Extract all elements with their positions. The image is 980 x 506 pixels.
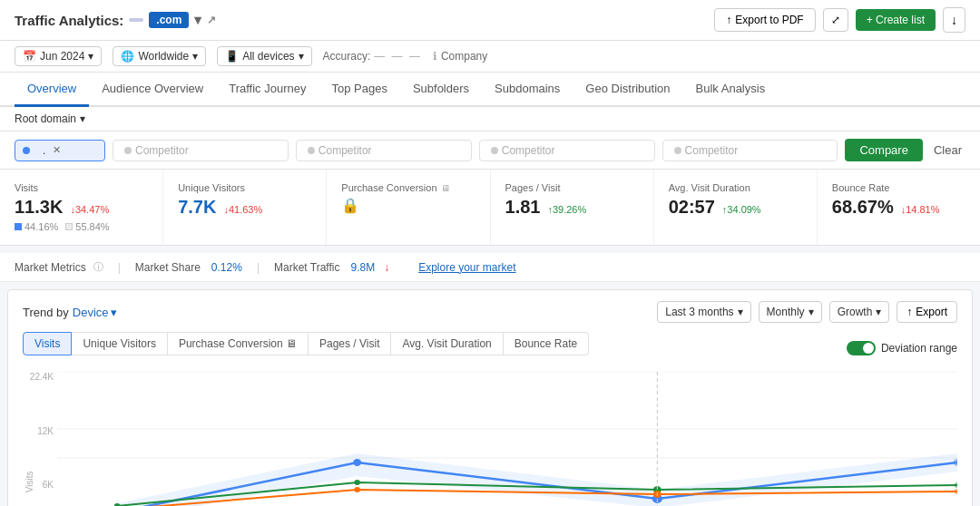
visits-value: 11.3K xyxy=(15,197,63,218)
time-range-chevron-icon: ▾ xyxy=(738,306,743,318)
chart-tabs: Visits Unique Visitors Purchase Conversi… xyxy=(23,332,589,355)
tab-avg-duration[interactable]: Avg. Visit Duration xyxy=(391,332,503,355)
competitor4-placeholder: Competitor xyxy=(685,144,739,157)
svg-point-10 xyxy=(354,480,360,485)
accuracy-dashes: — — — xyxy=(374,50,422,63)
metric-purchase-conversion: Purchase Conversion 🖥 🔒 xyxy=(327,170,490,245)
device-select[interactable]: Device ▾ xyxy=(73,306,117,319)
competitor2-dot xyxy=(308,147,315,154)
competitor-input-2[interactable]: Competitor xyxy=(296,140,472,161)
competitor-input-4[interactable]: Competitor xyxy=(662,140,838,161)
y-axis-title: Visits xyxy=(24,472,34,493)
competitor-input-1[interactable]: Competitor xyxy=(113,140,289,161)
location-label: Worldwide xyxy=(138,50,189,63)
time-range-label: Last 3 months xyxy=(665,306,733,318)
device-icon: 📱 xyxy=(225,50,239,63)
unique-visitors-change: ↓41.63% xyxy=(223,204,262,215)
tab-visits[interactable]: Visits xyxy=(23,332,72,355)
tab-subdomains[interactable]: Subdomains xyxy=(482,73,573,107)
granularity-select[interactable]: Monthly ▾ xyxy=(759,301,822,323)
purchase-conversion-label: Purchase Conversion 🖥 xyxy=(341,182,475,193)
calendar-icon: 📅 xyxy=(23,50,36,63)
competitor-input-3[interactable]: Competitor xyxy=(479,140,655,161)
bounce-rate-label: Bounce Rate xyxy=(832,182,965,193)
tab-traffic-journey[interactable]: Traffic Journey xyxy=(216,73,318,107)
tab-unique-visitors[interactable]: Unique Visitors xyxy=(72,332,167,355)
chart-controls: Last 3 months ▾ Monthly ▾ Growth ▾ ↑ Exp… xyxy=(657,301,957,323)
tab-bounce-rate[interactable]: Bounce Rate xyxy=(504,332,589,355)
y-label-12k: 12K xyxy=(23,426,54,436)
market-metrics-label: Market Metrics xyxy=(15,261,86,274)
filters-bar: 📅 Jun 2024 ▾ 🌐 Worldwide ▾ 📱 All devices… xyxy=(0,41,980,73)
deviation-toggle-switch[interactable] xyxy=(847,341,876,355)
domain-row: Root domain ▾ xyxy=(0,107,980,131)
tab-pages-visit[interactable]: Pages / Visit xyxy=(309,332,391,355)
trend-text: Trend by xyxy=(23,306,69,319)
chart-header: Trend by Device ▾ Last 3 months ▾ Monthl… xyxy=(23,301,957,323)
svg-point-14 xyxy=(354,487,360,492)
metrics-row: Visits 11.3K ↓34.47% 44.16% 55.84% Uniqu… xyxy=(0,170,980,246)
time-range-select[interactable]: Last 3 months ▾ xyxy=(657,301,750,323)
metric-avg-duration: Avg. Visit Duration 02:57 ↑34.09% xyxy=(654,170,818,245)
market-traffic-down-icon: ↓ xyxy=(384,261,389,274)
market-metrics-info-icon[interactable]: ⓘ xyxy=(93,260,103,274)
create-list-button[interactable]: + Create list xyxy=(856,9,936,31)
location-filter[interactable]: 🌐 Worldwide ▾ xyxy=(113,46,206,66)
fullscreen-button[interactable]: ⤢ xyxy=(823,8,848,32)
tab-purchase-conversion[interactable]: Purchase Conversion 🖥 xyxy=(168,332,309,355)
download-button[interactable]: ↓ xyxy=(943,7,965,33)
chart-section: Trend by Device ▾ Last 3 months ▾ Monthl… xyxy=(7,289,973,506)
chart-export-button[interactable]: ↑ Export xyxy=(897,301,957,323)
unique-visitors-label: Unique Visitors xyxy=(178,182,311,193)
clear-main-domain-icon[interactable]: ✕ xyxy=(53,144,61,156)
y-label-22k: 22.4K xyxy=(23,372,54,382)
export-pdf-button[interactable]: ↑ Export to PDF xyxy=(714,8,815,32)
competitor1-dot xyxy=(124,147,132,154)
root-domain-dropdown-icon: ▾ xyxy=(80,112,85,125)
granularity-label: Monthly xyxy=(767,306,805,318)
create-list-label: + Create list xyxy=(867,14,925,26)
device-label: All devices xyxy=(242,50,294,63)
domain-badge-1 xyxy=(129,18,143,22)
svg-point-16 xyxy=(955,489,957,494)
unique-visitors-value: 7.7K xyxy=(178,197,216,218)
explore-market-link[interactable]: Explore your market xyxy=(418,261,515,274)
competitor3-dot xyxy=(491,147,498,154)
bounce-rate-value: 68.67% xyxy=(832,197,894,218)
accuracy-info: Accuracy: — — — xyxy=(323,50,422,63)
main-domain-text: . xyxy=(34,144,45,157)
nav-tabs: Overview Audience Overview Traffic Journ… xyxy=(0,73,980,107)
date-filter[interactable]: 📅 Jun 2024 ▾ xyxy=(15,46,102,66)
device-dropdown-icon: ▾ xyxy=(299,50,304,63)
svg-point-12 xyxy=(955,482,957,488)
device-chevron-icon: ▾ xyxy=(111,306,117,319)
root-domain-button[interactable]: Root domain ▾ xyxy=(15,112,85,125)
tab-geo-distribution[interactable]: Geo Distribution xyxy=(573,73,682,107)
market-traffic-label: Market Traffic xyxy=(274,261,339,274)
company-info: ℹ Company xyxy=(433,50,487,63)
page-title: Traffic Analytics: .com ▾ ↗ xyxy=(15,12,216,28)
svg-point-6 xyxy=(353,459,361,466)
chart-area: 22.4K 12K 6K 0 Visits xyxy=(23,372,957,506)
visits-label: Visits xyxy=(15,182,148,193)
tab-overview[interactable]: Overview xyxy=(15,73,89,107)
chart-export-icon: ↑ xyxy=(906,306,912,318)
pages-visit-change: ↑39.26% xyxy=(547,204,586,215)
tab-subfolders[interactable]: Subfolders xyxy=(400,73,482,107)
market-share-label: Market Share xyxy=(135,261,201,274)
visits-sub: 44.16% 55.84% xyxy=(15,221,148,232)
accuracy-label: Accuracy: xyxy=(323,50,371,63)
tab-top-pages[interactable]: Top Pages xyxy=(318,73,399,107)
dropdown-icon[interactable]: ▾ xyxy=(194,12,201,28)
pages-visit-value: 1.81 xyxy=(505,197,541,218)
deviation-toggle: Deviation range xyxy=(847,341,957,355)
tab-audience-overview[interactable]: Audience Overview xyxy=(89,73,216,107)
device-filter[interactable]: 📱 All devices ▾ xyxy=(217,46,311,66)
compare-button[interactable]: Compare xyxy=(845,139,922,161)
compare-bar: . ✕ Competitor Competitor Competitor Com… xyxy=(0,131,980,170)
metric-mode-select[interactable]: Growth ▾ xyxy=(829,301,890,323)
tab-bulk-analysis[interactable]: Bulk Analysis xyxy=(683,73,779,107)
market-share-value: 0.12% xyxy=(211,261,242,274)
external-link-icon[interactable]: ↗ xyxy=(207,14,216,26)
clear-button[interactable]: Clear xyxy=(930,139,965,161)
